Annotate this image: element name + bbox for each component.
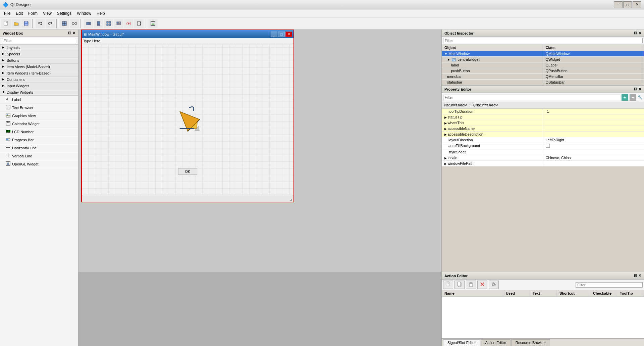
- category-spacers[interactable]: Spacers: [0, 51, 78, 57]
- object-inspector-close-btn[interactable]: ✕: [638, 31, 641, 35]
- widget-box-filter-input[interactable]: [2, 38, 76, 43]
- minimize-button[interactable]: −: [614, 1, 623, 8]
- mw-content[interactable]: OK: [82, 44, 293, 195]
- adjust-size-button[interactable]: [134, 19, 144, 28]
- property-editor-header: Property Editor ⊡ ✕: [442, 86, 644, 93]
- layout-v-button[interactable]: [94, 19, 103, 28]
- menu-file[interactable]: File: [1, 10, 13, 16]
- action-editor-close-btn[interactable]: ✕: [638, 274, 641, 278]
- category-display-widgets[interactable]: Display Widgets: [0, 89, 78, 96]
- widget-item-graphics-view[interactable]: Graphics View: [0, 112, 78, 120]
- open-button[interactable]: [11, 19, 21, 28]
- resize-grip[interactable]: ◢: [289, 198, 293, 201]
- widget-box-float-btn[interactable]: ⊡: [68, 31, 71, 35]
- mw-minimize-btn[interactable]: _: [271, 32, 277, 37]
- menu-view[interactable]: View: [40, 10, 54, 16]
- category-item-widgets-label: Item Widgets (Item-Based): [7, 71, 51, 75]
- mw-menu[interactable]: Type Here: [82, 38, 293, 44]
- object-inspector-tree-header: Object Class: [442, 45, 644, 51]
- ok-button[interactable]: OK: [178, 168, 198, 175]
- signal-slot-button[interactable]: [70, 19, 79, 28]
- widget-item-vertical-line[interactable]: Vertical Line: [0, 152, 78, 160]
- action-delete-btn[interactable]: [477, 281, 487, 289]
- prop-row-layoutdirection[interactable]: layoutDirection LeftToRight: [442, 137, 644, 143]
- mw-close-btn[interactable]: ✕: [285, 32, 292, 37]
- category-input-widgets[interactable]: Input Widgets: [0, 83, 78, 89]
- category-item-views[interactable]: Item Views (Model-Based): [0, 64, 78, 70]
- prop-row-stylesheet[interactable]: styleSheet: [442, 149, 644, 155]
- menu-settings[interactable]: Settings: [54, 10, 74, 16]
- undo-button[interactable]: [36, 19, 45, 28]
- object-inspector-float-btn[interactable]: ⊡: [634, 31, 637, 35]
- action-editor-float-btn[interactable]: ⊡: [634, 274, 637, 278]
- mw-maximize-btn[interactable]: □: [278, 32, 285, 37]
- widget-item-lcd[interactable]: LCD LCD Number: [0, 128, 78, 136]
- tab-signal-slot-editor[interactable]: Signal/Slot Editor: [443, 339, 480, 346]
- property-editor-float-btn[interactable]: ⊡: [634, 87, 637, 91]
- property-wrench-btn[interactable]: 🔧: [638, 95, 643, 100]
- prop-row-accessiblename[interactable]: accessibleName: [442, 126, 644, 132]
- menu-edit[interactable]: Edit: [13, 10, 25, 16]
- category-item-widgets[interactable]: Item Widgets (Item-Based): [0, 70, 78, 77]
- svg-point-10: [75, 22, 77, 24]
- action-settings-btn[interactable]: [489, 281, 499, 289]
- layout-form-button[interactable]: [114, 19, 123, 28]
- maximize-button[interactable]: □: [623, 1, 632, 8]
- menu-help[interactable]: Help: [94, 10, 108, 16]
- widget-item-label[interactable]: A Label: [0, 96, 78, 104]
- prop-row-statustip[interactable]: statusTip: [442, 114, 644, 120]
- category-spacers-label: Spacers: [7, 52, 20, 56]
- property-editor-close-btn[interactable]: ✕: [638, 87, 641, 91]
- property-add-btn[interactable]: +: [622, 94, 628, 101]
- tree-row-statusbar[interactable]: statusbar QStatusBar: [442, 80, 644, 85]
- category-display-widgets-label: Display Widgets: [7, 90, 33, 94]
- layout-h-button[interactable]: [84, 19, 93, 28]
- widget-item-opengl[interactable]: OpenGL Widget: [0, 160, 78, 168]
- new-button[interactable]: [1, 19, 11, 28]
- widget-item-calendar[interactable]: 12 Calendar Widget: [0, 120, 78, 128]
- menu-window[interactable]: Window: [74, 10, 94, 16]
- layout-grid-button[interactable]: [104, 19, 113, 28]
- prop-name-autofill: autoFillBackground: [442, 143, 543, 149]
- property-filter-input[interactable]: [443, 95, 620, 100]
- object-inspector-filter-input[interactable]: [443, 38, 643, 43]
- action-copy-btn[interactable]: [454, 281, 465, 289]
- tree-row-mainwindow[interactable]: ▼ MainWindow QMainWindow: [442, 51, 644, 57]
- svg-point-62: [493, 283, 495, 285]
- widget-box-close-btn[interactable]: ✕: [72, 31, 75, 35]
- canvas-area[interactable]: 🖥 MainWindow - test.ui* _ □ ✕ Type Here: [78, 30, 441, 272]
- category-layouts[interactable]: Layouts: [0, 45, 78, 51]
- menu-bar: File Edit Form View Settings Window Help: [0, 9, 644, 17]
- tree-row-menubar[interactable]: menubar QMenuBar: [442, 74, 644, 80]
- prop-row-whatstis[interactable]: whatsThis: [442, 120, 644, 126]
- action-new-btn[interactable]: [443, 281, 453, 289]
- prop-row-autofill[interactable]: autoFillBackground: [442, 143, 644, 149]
- prop-row-tooltip-duration[interactable]: toolTipDuration -1: [442, 109, 644, 114]
- close-button[interactable]: ✕: [633, 1, 641, 8]
- menu-form[interactable]: Form: [25, 10, 40, 16]
- break-layout-button[interactable]: [124, 19, 133, 28]
- action-paste-btn[interactable]: [466, 281, 476, 289]
- tree-row-centralwidget[interactable]: ▼ W centralwidget QWidget: [442, 57, 644, 62]
- widget-editor-button[interactable]: [60, 19, 69, 28]
- prop-value-windowfilepath: [543, 161, 644, 166]
- prop-row-accessibledesc[interactable]: accessibleDescription: [442, 132, 644, 137]
- category-buttons[interactable]: Buttons: [0, 57, 78, 64]
- prop-name-accessiblename: accessibleName: [442, 126, 543, 131]
- tab-resource-browser[interactable]: Resource Browser: [511, 339, 550, 346]
- prop-row-windowfilepath[interactable]: windowFilePath: [442, 161, 644, 166]
- tree-row-label[interactable]: label QLabel: [442, 62, 644, 68]
- action-filter-input[interactable]: [576, 282, 643, 288]
- save-button[interactable]: [21, 19, 31, 28]
- widget-item-text-browser[interactable]: Text Browser: [0, 104, 78, 112]
- autofill-checkbox[interactable]: [546, 144, 550, 148]
- redo-button[interactable]: [46, 19, 55, 28]
- category-containers[interactable]: Containers: [0, 77, 78, 83]
- tree-row-pushbutton[interactable]: pushButton QPushButton: [442, 68, 644, 74]
- tab-action-editor[interactable]: Action Editor: [481, 339, 510, 346]
- widget-item-horizontal-line[interactable]: Horizontal Line: [0, 144, 78, 152]
- widget-item-progress-bar[interactable]: Progress Bar: [0, 136, 78, 144]
- property-minus-btn[interactable]: −: [630, 94, 636, 101]
- preview-button[interactable]: [148, 19, 158, 28]
- prop-row-locale[interactable]: locale Chinese, China: [442, 155, 644, 161]
